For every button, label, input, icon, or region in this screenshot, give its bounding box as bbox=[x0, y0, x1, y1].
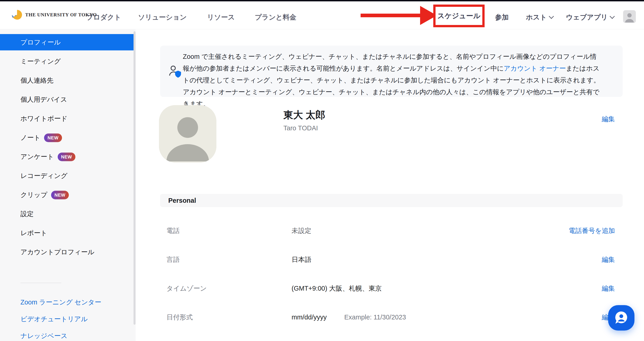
field-value: (GMT+9:00) 大阪、札幌、東京 bbox=[292, 282, 382, 295]
header: THE UNIVERSITY OF TOKYO プロダクト ソリューション リソ… bbox=[0, 1, 644, 29]
sidebar-item[interactable]: アカウントプロフィール bbox=[0, 244, 136, 260]
nav-item-host[interactable]: ホスト bbox=[526, 13, 553, 22]
chat-person-icon bbox=[614, 310, 629, 325]
sidebar-link-video-tutorials[interactable]: ビデオチュートリアル bbox=[20, 315, 88, 323]
nav-item-solutions[interactable]: ソリューション bbox=[138, 13, 187, 22]
nav-item-resources[interactable]: リソース bbox=[207, 13, 235, 22]
person-placeholder-icon bbox=[159, 105, 216, 162]
sidebar-item[interactable]: ミーティング bbox=[0, 53, 136, 70]
profile-avatar[interactable] bbox=[159, 105, 216, 162]
sidebar-link-knowledge-base[interactable]: ナレッジベース bbox=[20, 332, 68, 340]
annotation-highlight-box[interactable]: スケジュール bbox=[433, 4, 484, 27]
profile-latin-name: Taro TODAI bbox=[284, 124, 318, 132]
support-chat-button[interactable] bbox=[608, 305, 634, 330]
nav-item-products[interactable]: プロダクト bbox=[86, 13, 121, 22]
zoom-web-portal-page: THE UNIVERSITY OF TOKYO プロダクト ソリューション リソ… bbox=[0, 0, 644, 341]
privacy-notice-text: Zoom で主催されるミーティング、ウェビナー、チャット、またはチャネルに参加す… bbox=[183, 51, 602, 110]
sidebar-menu: プロフィール ミーティング 個人連絡先 個人用デバイス ホワイトボード ノートN… bbox=[0, 34, 136, 263]
sidebar-item[interactable]: レコーディング bbox=[0, 168, 136, 184]
sidebar-scrollbar[interactable] bbox=[134, 31, 136, 325]
field-action-link[interactable]: 編集 bbox=[602, 285, 615, 292]
sidebar-item[interactable]: プロフィール bbox=[0, 34, 136, 50]
header-avatar[interactable] bbox=[623, 10, 636, 23]
field-example: Example: 11/30/2023 bbox=[344, 310, 406, 324]
profile-field-row: 日付形式 mm/dd/yyyy Example: 11/30/2023 編集 bbox=[160, 310, 623, 324]
annotation-arrow-icon bbox=[360, 4, 438, 27]
sidebar-item[interactable]: 個人連絡先 bbox=[0, 72, 136, 88]
sidebar-item[interactable]: ノートNEW bbox=[0, 130, 136, 146]
field-action-link[interactable]: 電話番号を追加 bbox=[568, 227, 615, 234]
new-badge: NEW bbox=[51, 191, 69, 199]
nav-item-plans[interactable]: プランと料金 bbox=[255, 13, 296, 22]
new-badge: NEW bbox=[58, 152, 76, 161]
sidebar-item[interactable]: ホワイトボード bbox=[0, 110, 136, 127]
privacy-notice: Zoom で主催されるミーティング、ウェビナー、チャット、またはチャネルに参加す… bbox=[160, 46, 623, 97]
sidebar: プロフィール ミーティング 個人連絡先 個人用デバイス ホワイトボード ノートN… bbox=[0, 29, 136, 341]
sidebar-link-learning-center[interactable]: Zoom ラーニング センター bbox=[20, 298, 101, 306]
personal-section-title: Personal bbox=[160, 194, 623, 207]
account-owner-link[interactable]: アカウント オーナー bbox=[504, 65, 566, 72]
field-label: 言語 bbox=[166, 253, 180, 266]
nav-item-schedule: スケジュール bbox=[437, 11, 480, 21]
person-placeholder-icon bbox=[623, 10, 636, 23]
nav-item-join[interactable]: 参加 bbox=[495, 13, 509, 22]
new-badge: NEW bbox=[44, 134, 62, 142]
profile-edit-button[interactable]: 編集 bbox=[602, 115, 615, 124]
sidebar-item[interactable]: アンケートNEW bbox=[0, 148, 136, 165]
profile-name: 東大 太郎 bbox=[284, 108, 325, 122]
sidebar-item[interactable]: レポート bbox=[0, 225, 136, 241]
field-label: 電話 bbox=[166, 224, 180, 237]
field-action-link[interactable]: 編集 bbox=[602, 256, 615, 263]
field-label: 日付形式 bbox=[166, 310, 193, 324]
field-value: mm/dd/yyyy bbox=[292, 310, 327, 324]
chevron-down-icon bbox=[549, 14, 554, 19]
sidebar-item[interactable]: 個人用デバイス bbox=[0, 91, 136, 108]
nav-item-webapp[interactable]: ウェブアプリ bbox=[566, 13, 614, 22]
personal-rows: 電話 未設定 電話番号を追加 言語 日本語 編集 タイムゾーン (GMT+9:0… bbox=[160, 224, 623, 340]
utokyo-ginkgo-icon bbox=[12, 10, 22, 20]
chevron-down-icon bbox=[610, 14, 615, 19]
sidebar-item[interactable]: クリップNEW bbox=[0, 186, 136, 203]
sidebar-item[interactable]: 設定 bbox=[0, 206, 136, 222]
field-label: タイムゾーン bbox=[166, 282, 207, 295]
field-value: 日本語 bbox=[292, 253, 311, 266]
profile-field-row: 言語 日本語 編集 bbox=[160, 253, 623, 266]
sidebar-divider bbox=[20, 283, 61, 283]
profile-field-row: 電話 未設定 電話番号を追加 bbox=[160, 224, 623, 237]
privacy-person-shield-icon bbox=[169, 65, 182, 79]
profile-field-row: タイムゾーン (GMT+9:00) 大阪、札幌、東京 編集 bbox=[160, 282, 623, 295]
personal-section-header: Personal bbox=[160, 194, 623, 207]
university-logo[interactable]: THE UNIVERSITY OF TOKYO bbox=[12, 10, 97, 20]
field-value: 未設定 bbox=[292, 224, 311, 237]
